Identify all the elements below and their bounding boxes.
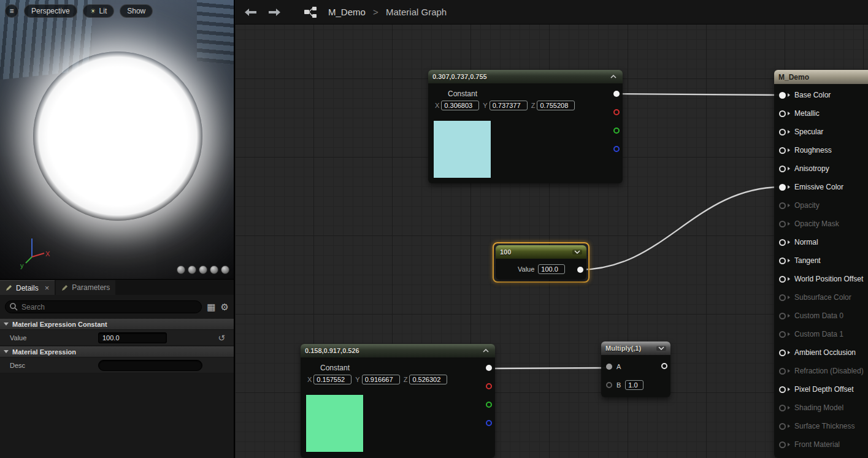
y-value-field[interactable] <box>362 375 400 384</box>
input-pin[interactable] <box>779 258 786 264</box>
node-header[interactable]: 100 <box>496 245 586 259</box>
view-options-icon[interactable]: ▦ <box>207 302 215 311</box>
pin-label: Specular <box>794 128 823 136</box>
input-pin[interactable] <box>779 331 786 338</box>
settings-gear-icon[interactable]: ⚙ <box>221 302 229 311</box>
output-pin-rgb[interactable] <box>486 365 492 371</box>
z-value-field[interactable] <box>409 375 447 384</box>
input-pin[interactable] <box>779 147 786 154</box>
input-pin[interactable] <box>779 166 786 172</box>
wire-scalar-to-emissive[interactable] <box>578 187 782 270</box>
material-graph-canvas[interactable]: 0.307,0.737,0.755 Constant X Y Z <box>235 0 868 458</box>
input-pin[interactable] <box>779 184 786 191</box>
forward-arrow-icon[interactable] <box>266 4 284 20</box>
result-pin-row: Normal <box>774 233 868 251</box>
gizmo-x-label: X <box>45 250 50 258</box>
details-search-row: ▦ ⚙ <box>0 295 234 318</box>
viewport-menu-button[interactable]: ≡ <box>5 4 18 18</box>
input-pin[interactable] <box>779 202 786 209</box>
input-pin[interactable] <box>779 441 786 448</box>
input-pin[interactable] <box>779 276 786 283</box>
output-pin-rgb[interactable] <box>613 91 620 97</box>
breadcrumb-asset[interactable]: M_Demo <box>328 7 366 17</box>
pin-label: Metallic <box>794 109 820 118</box>
chevron-down-icon[interactable] <box>572 250 582 254</box>
output-pin-r[interactable] <box>613 109 620 115</box>
output-pin-g[interactable] <box>613 128 620 134</box>
desc-field[interactable] <box>98 360 202 371</box>
output-pin-g[interactable] <box>486 402 492 408</box>
pin-label: World Position Offset <box>794 275 863 283</box>
input-pin[interactable] <box>779 129 786 135</box>
chevron-down-icon[interactable] <box>656 346 666 351</box>
tab-details-label: Details <box>16 284 39 292</box>
pin-label: Opacity <box>794 201 820 210</box>
chevron-up-icon[interactable] <box>481 348 491 353</box>
preview-shape-cube-button[interactable] <box>210 265 218 274</box>
section-material-expression[interactable]: Material Expression <box>0 346 234 357</box>
preview-shape-plane-button[interactable] <box>199 265 207 274</box>
show-button[interactable]: Show <box>120 4 153 18</box>
y-value-field[interactable] <box>490 101 528 110</box>
pin-label: Subsurface Color <box>794 293 851 302</box>
input-pin[interactable] <box>779 423 786 430</box>
lit-mode-button[interactable]: ☀ Lit <box>83 4 115 18</box>
pin-arrow-icon <box>788 204 790 207</box>
input-pin[interactable] <box>779 368 786 375</box>
input-pin[interactable] <box>779 349 786 356</box>
output-pin[interactable] <box>577 267 583 273</box>
b-value-field[interactable] <box>625 380 643 390</box>
input-pin[interactable] <box>779 313 786 319</box>
wire-constant-to-basecolor[interactable] <box>616 94 782 95</box>
input-pin[interactable] <box>779 110 786 117</box>
close-icon[interactable]: × <box>45 283 50 292</box>
input-pin-b[interactable] <box>606 382 612 388</box>
multiply-node[interactable]: Multiply(,1) A B <box>601 342 670 397</box>
preview-shape-custom-button[interactable] <box>221 265 229 274</box>
preview-sphere <box>33 52 202 221</box>
result-pin-row: Custom Data 0 <box>774 307 868 325</box>
output-pin-b[interactable] <box>613 146 620 152</box>
search-input[interactable] <box>5 300 202 313</box>
scalar-constant-node[interactable]: 100 Value <box>496 245 586 280</box>
tab-details[interactable]: Details × <box>0 280 55 295</box>
input-pin[interactable] <box>779 386 786 393</box>
breadcrumb-page[interactable]: Material Graph <box>386 7 447 17</box>
input-pin[interactable] <box>779 294 786 301</box>
tab-parameters[interactable]: Parameters <box>56 280 115 295</box>
reset-to-default-icon[interactable]: ↺ <box>218 333 225 343</box>
value-field[interactable] <box>98 332 167 343</box>
node-header[interactable]: Multiply(,1) <box>601 342 670 355</box>
node-header[interactable]: 0.158,0.917,0.526 <box>301 344 495 357</box>
input-pin[interactable] <box>779 239 786 246</box>
graph-hierarchy-icon[interactable] <box>301 4 320 20</box>
chevron-up-icon[interactable] <box>609 74 618 79</box>
output-pin[interactable] <box>661 363 667 369</box>
output-pin-r[interactable] <box>486 383 492 389</box>
x-value-field[interactable] <box>313 375 351 384</box>
result-pin-row: Custom Data 1 <box>774 325 868 343</box>
perspective-button[interactable]: Perspective <box>24 4 77 18</box>
section-material-expression-constant[interactable]: Material Expression Constant <box>0 318 234 330</box>
input-pin[interactable] <box>779 92 786 99</box>
x-value-field[interactable] <box>441 101 479 110</box>
constant3-node-bottom[interactable]: 0.158,0.917,0.526 Constant X Y Z <box>301 344 495 458</box>
preview-shape-cylinder-button[interactable] <box>177 265 185 274</box>
preview-shape-sphere-button[interactable] <box>188 265 196 274</box>
node-header[interactable]: 0.307,0.737,0.755 <box>428 70 623 83</box>
back-arrow-icon[interactable] <box>241 4 259 20</box>
input-a-label: A <box>616 363 621 370</box>
hamburger-menu-icon: ≡ <box>9 7 13 15</box>
z-value-field[interactable] <box>537 101 575 110</box>
constant3-node-top[interactable]: 0.307,0.737,0.755 Constant X Y Z <box>428 70 623 183</box>
input-pin-a[interactable] <box>606 364 612 370</box>
input-pin[interactable] <box>779 405 786 411</box>
node-header[interactable]: M_Demo <box>774 70 868 84</box>
input-pin[interactable] <box>779 221 786 227</box>
output-pin-b[interactable] <box>486 420 492 426</box>
scalar-value-field[interactable] <box>538 264 565 274</box>
pin-arrow-icon <box>788 332 790 336</box>
wire-constant-to-multiply-a[interactable] <box>489 368 607 368</box>
material-result-node[interactable]: M_Demo Base Color Metallic Specular Roug… <box>774 70 868 458</box>
preview-viewport[interactable]: ≡ Perspective ☀ Lit Show X y <box>0 0 234 279</box>
